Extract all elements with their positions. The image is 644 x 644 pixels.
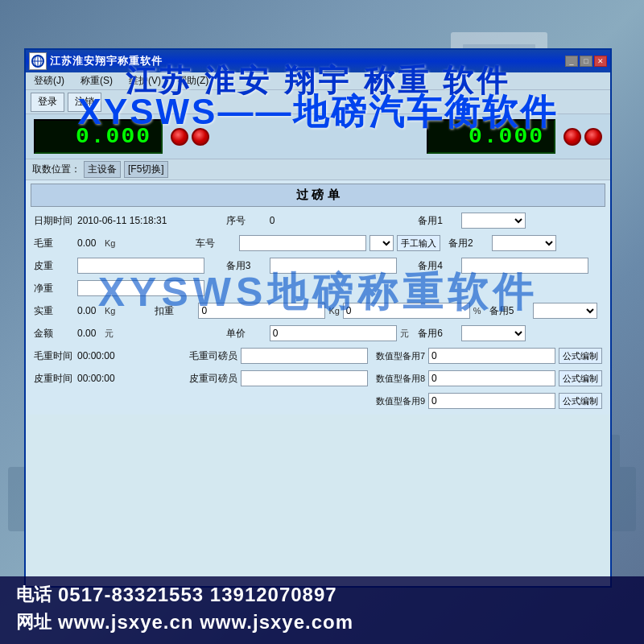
- form-area: 过 磅 单 日期时间 2010-06-11 15:18:31 序号 0 备用1 …: [26, 180, 610, 415]
- tare-time-row: 皮重时间 00:00:00: [31, 368, 184, 389]
- deduct-pct-unit: %: [473, 306, 481, 316]
- formula7-button[interactable]: 公式编制: [559, 348, 602, 364]
- web-line: 网址 www.jsxye.cn www.jsxye.com: [16, 610, 628, 634]
- seq-label: 序号: [226, 214, 266, 228]
- spare5-select[interactable]: [533, 303, 597, 319]
- actual-row: 实重 0.00 Kg: [31, 300, 150, 321]
- gross-driver-input[interactable]: [241, 348, 368, 364]
- car-select[interactable]: [369, 235, 394, 251]
- logout-button[interactable]: 注销: [68, 93, 101, 112]
- spare6-label: 备用6: [418, 327, 458, 341]
- spare2-select[interactable]: [492, 235, 556, 251]
- num8-input[interactable]: [428, 370, 555, 386]
- spare3-input[interactable]: [270, 258, 397, 274]
- menu-weihu[interactable]: 维护(V): [126, 73, 164, 89]
- login-button[interactable]: 登录: [31, 93, 64, 112]
- light-red-1: [171, 128, 188, 146]
- formula8-button[interactable]: 公式编制: [559, 370, 602, 386]
- formula9-button[interactable]: 公式编制: [559, 393, 602, 409]
- num7-row: 数值型备用7 公式编制: [373, 345, 605, 366]
- amount-unit: 元: [105, 328, 114, 340]
- car-label: 车号: [196, 237, 236, 250]
- car-input[interactable]: [239, 235, 366, 251]
- form-title: 过 磅 单: [31, 184, 605, 207]
- gross-unit: Kg: [105, 238, 115, 248]
- weight-display-2: 0.000: [427, 119, 555, 154]
- date-row: 日期时间 2010-06-11 15:18:31: [31, 210, 221, 231]
- num9-row: 数值型备用9 公式编制: [373, 390, 605, 411]
- device-name[interactable]: 主设备: [84, 161, 121, 178]
- gross-row: 毛重 0.00 Kg: [31, 233, 191, 254]
- amount-value: 0.00: [77, 328, 101, 339]
- tare-driver-label: 皮重司磅员: [189, 372, 237, 386]
- spare6-select[interactable]: [461, 325, 526, 341]
- num7-input[interactable]: [428, 348, 555, 364]
- deduct-input[interactable]: [198, 303, 325, 319]
- light-red-4: [584, 128, 602, 146]
- seq-row: 序号 0: [223, 210, 414, 231]
- num9-label: 数值型备用9: [376, 395, 425, 407]
- gross-value: 0.00: [77, 237, 101, 249]
- phone-value: 0517-83321553 13912070897: [58, 584, 337, 606]
- net-input[interactable]: [77, 280, 204, 296]
- gross-label: 毛重: [34, 237, 74, 250]
- amount-row: 金额 0.00 元: [31, 323, 221, 344]
- minimize-button[interactable]: _: [565, 56, 578, 67]
- weight-display-1: 0.000: [34, 119, 163, 154]
- spare1-select[interactable]: [461, 213, 526, 229]
- spare5-label: 备用5: [489, 304, 530, 318]
- main-window: 江苏淮安翔宇称重软件 _ □ ✕ 登磅(J) 称重(S) 维护(V) 帮助(Z)…: [24, 48, 612, 588]
- tare-driver-row: 皮重司磅员: [186, 368, 371, 389]
- tare-time-label: 皮重时间: [34, 372, 74, 386]
- device-switch[interactable]: [F5切换]: [124, 161, 168, 178]
- window-title: 江苏淮安翔宇称重软件: [50, 54, 565, 68]
- gross-driver-row: 毛重司磅员: [186, 345, 371, 366]
- weight-display-area: 0.000 0.000: [26, 114, 610, 159]
- num9-input[interactable]: [428, 393, 555, 409]
- toolbar: 登录 注销: [26, 90, 610, 114]
- close-button[interactable]: ✕: [594, 56, 607, 67]
- phone-line: 电话 0517-83321553 13912070897: [16, 583, 628, 607]
- tare-time-value: 00:00:00: [77, 373, 115, 384]
- spare2-label: 备用2: [448, 237, 489, 250]
- actual-unit: Kg: [105, 306, 115, 316]
- net-label: 净重: [34, 282, 74, 295]
- spare4-input[interactable]: [461, 258, 588, 274]
- spare1-row: 备用1: [415, 210, 605, 231]
- device-status-bar: 取数位置： 主设备 [F5切换]: [26, 159, 610, 180]
- car-row: 车号 手工输入: [192, 233, 444, 254]
- tare-driver-input[interactable]: [241, 370, 368, 386]
- tare-row: 皮重: [31, 255, 221, 276]
- spare2-row: 备用2: [445, 233, 605, 254]
- spare6-row: 备用6: [415, 323, 605, 344]
- date-value: 2010-06-11 15:18:31: [77, 215, 167, 226]
- spare1-label: 备用1: [418, 214, 458, 228]
- unit-price-unit: 元: [400, 328, 409, 340]
- tare-label: 皮重: [34, 259, 74, 273]
- gross-time-value: 00:00:00: [77, 350, 115, 361]
- actual-value: 0.00: [77, 305, 101, 316]
- spare4-label: 备用4: [418, 259, 458, 273]
- gross-driver-label: 毛重司磅员: [189, 349, 237, 363]
- num7-label: 数值型备用7: [376, 350, 425, 362]
- amount-label: 金额: [34, 327, 74, 341]
- manual-input-button[interactable]: 手工输入: [397, 235, 440, 251]
- menu-dengbang[interactable]: 登磅(J): [31, 73, 68, 89]
- menu-bar: 登磅(J) 称重(S) 维护(V) 帮助(Z): [26, 72, 610, 90]
- light-red-2: [192, 128, 209, 146]
- deduct-pct-input[interactable]: [343, 303, 470, 319]
- num8-row: 数值型备用8 公式编制: [373, 368, 605, 389]
- menu-chengzhong[interactable]: 称重(S): [77, 73, 116, 89]
- net-row: 净重: [31, 278, 221, 299]
- spare5-row: 备用5: [486, 300, 605, 321]
- spare4-row: 备用4: [415, 255, 605, 276]
- web-value: www.jsxye.cn www.jsxye.com: [58, 611, 353, 634]
- menu-bangzhu[interactable]: 帮助(Z): [174, 73, 212, 89]
- actual-label: 实重: [34, 304, 74, 318]
- maximize-button[interactable]: □: [580, 56, 592, 67]
- bottom-info-bar: 电话 0517-83321553 13912070897 网址 www.jsxy…: [0, 576, 644, 644]
- app-logo: [29, 52, 47, 70]
- unit-price-input[interactable]: [270, 325, 397, 341]
- date-label: 日期时间: [34, 214, 74, 228]
- tare-input[interactable]: [77, 258, 204, 274]
